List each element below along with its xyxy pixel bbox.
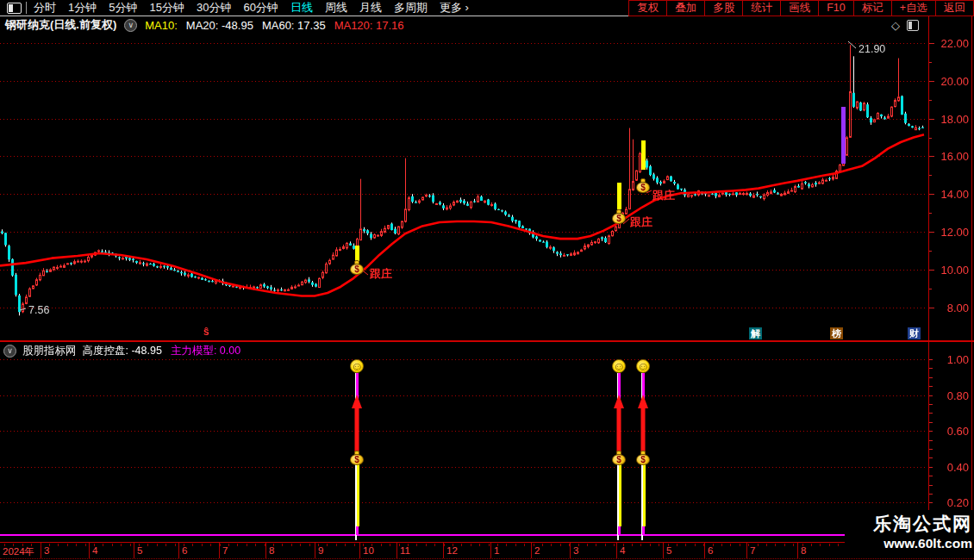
time-tick (49, 544, 50, 546)
month-separator (396, 543, 397, 558)
axis-tick-minor (929, 251, 932, 252)
axis-tick-minor (929, 413, 933, 414)
indicator-axis-label: 1.00 (933, 353, 969, 366)
time-tick (811, 544, 812, 546)
toolbar-button-统计[interactable]: 统计 (742, 1, 780, 16)
window-icon[interactable] (7, 3, 22, 14)
axis-tick-minor (929, 395, 933, 396)
axis-tick-minor (929, 175, 932, 176)
time-tick (659, 544, 659, 546)
time-tick (838, 544, 839, 546)
diamond-icon[interactable]: ◇ (891, 19, 900, 32)
price-axis-label: 12.00 (933, 226, 969, 239)
toolbar-button-画线[interactable]: 画线 (780, 1, 818, 16)
time-tick (345, 544, 346, 546)
axis-tick-minor (929, 138, 932, 139)
toolbar-period-日线[interactable]: 日线 (290, 0, 313, 16)
toolbar-button-+自选[interactable]: +自选 (891, 1, 935, 16)
month-separator (531, 543, 532, 558)
month-label: 11 (400, 545, 410, 556)
time-tick (793, 544, 794, 546)
toolbar-period-周线[interactable]: 周线 (325, 0, 347, 16)
watermark-url: www.60lt.com (845, 536, 972, 551)
time-tick (291, 544, 292, 546)
toolbar-button-叠加[interactable]: 叠加 (666, 1, 704, 16)
time-tick (381, 544, 382, 546)
moneybag-icon: $ (612, 209, 626, 224)
time-tick (76, 544, 77, 546)
toolbar-period-多周期[interactable]: 多周期 (394, 0, 428, 16)
smiley-icon: ☺ (350, 359, 364, 373)
chevron-down-icon[interactable]: ∨ (3, 345, 16, 358)
time-tick (175, 544, 176, 546)
toolbar-period-1分钟[interactable]: 1分钟 (68, 0, 97, 16)
toolbar-buttons: 复权叠加多股统计画线F10标记+自选返回 (628, 0, 974, 16)
axis-tick-minor (929, 359, 933, 360)
toolbar-button-返回[interactable]: 返回 (935, 1, 973, 16)
time-tick (228, 544, 229, 546)
app-window: 分时1分钟5分钟15分钟30分钟60分钟日线周线月线多周期更多 › 复权叠加多股… (0, 0, 974, 560)
toolbar-period-5分钟[interactable]: 5分钟 (109, 0, 137, 16)
info-bar: 钢研纳克(日线.前复权) ∨ MA10:MA20: -48.95MA60: 17… (0, 16, 933, 34)
bag-dollar: $ (350, 454, 364, 465)
time-tick (632, 544, 633, 546)
toolbar-button-标记[interactable]: 标记 (853, 1, 891, 16)
month-label: 3 (44, 545, 49, 556)
month-separator (746, 543, 747, 558)
indicator-header: ∨ 股朋指标网 高度控盘: -48.95主力模型: 0.00 (0, 344, 240, 358)
toolbar-period-30分钟[interactable]: 30分钟 (197, 0, 231, 16)
time-axis[interactable]: 2024年 345678910111212345678 (0, 542, 974, 559)
stock-title: 钢研纳克(日线.前复权) (5, 17, 116, 33)
axis-tick-minor (929, 377, 933, 378)
month-label: 2 (534, 545, 540, 556)
month-separator (315, 543, 315, 558)
axis-border (928, 16, 929, 558)
time-tick (471, 544, 471, 546)
time-tick (220, 544, 221, 546)
price-axis-label: 18.00 (933, 113, 969, 126)
axis-tick (929, 43, 934, 44)
time-tick (614, 544, 615, 546)
toolbar-period-60分钟[interactable]: 60分钟 (243, 0, 278, 16)
badge-解[interactable]: 解 (749, 327, 762, 339)
toolbar-button-F10[interactable]: F10 (818, 1, 853, 16)
ma-value-0: MA10: (145, 19, 178, 32)
month-separator (134, 543, 134, 558)
time-tick (578, 544, 579, 546)
toolbar-period-月线[interactable]: 月线 (359, 0, 382, 16)
time-tick (802, 544, 803, 546)
axis-tick (929, 119, 934, 120)
badge-榜[interactable]: 榜 (830, 327, 843, 339)
ma-value-2: MA60: 17.35 (262, 19, 326, 32)
month-label: 8 (269, 545, 274, 556)
time-tick (721, 544, 722, 546)
axis-tick-minor (929, 422, 933, 423)
time-tick (202, 544, 203, 546)
toolbar-button-多股[interactable]: 多股 (704, 1, 742, 16)
toolbar-period-分时[interactable]: 分时 (34, 0, 56, 16)
time-tick (58, 544, 59, 546)
panel-divider[interactable] (0, 340, 974, 342)
toolbar-button-复权[interactable]: 复权 (629, 1, 666, 16)
candlestick-chart[interactable] (0, 34, 928, 342)
low-price-annotation: 7.56 (28, 304, 49, 316)
time-tick (434, 544, 435, 546)
badge-财[interactable]: 财 (908, 327, 921, 339)
toolbar-period-更多 ›[interactable]: 更多 › (440, 0, 469, 16)
month-label: 6 (708, 545, 713, 556)
time-tick (560, 544, 561, 546)
chevron-down-icon[interactable]: ∨ (124, 19, 137, 32)
toolbar-period-15分钟[interactable]: 15分钟 (149, 0, 184, 16)
bag-dollar: $ (612, 213, 626, 224)
bag-dollar: $ (636, 454, 650, 465)
axis-tick-minor (929, 457, 933, 458)
price-axis-label: 20.00 (933, 75, 969, 88)
axis-tick-minor (929, 485, 933, 486)
time-tick (685, 544, 686, 546)
month-separator (704, 543, 705, 558)
time-tick (336, 544, 337, 546)
time-tick (569, 544, 570, 546)
split-window-icon[interactable] (907, 20, 919, 31)
indicator-chart[interactable] (0, 359, 928, 542)
moneybag-icon: $ (350, 451, 364, 465)
